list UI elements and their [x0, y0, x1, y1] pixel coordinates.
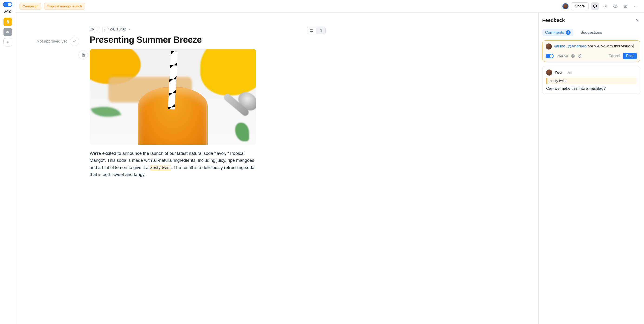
approve-button[interactable] — [70, 37, 79, 46]
comments-count-badge: 1 — [566, 30, 570, 35]
document-meta[interactable]: Blog · Apr 24, 15:32 — [90, 27, 336, 32]
svg-point-10 — [571, 54, 574, 58]
sync-label: Sync — [4, 9, 12, 14]
mail-icon — [6, 30, 10, 34]
more-menu-button[interactable] — [632, 2, 640, 10]
composer-post-button[interactable]: Post — [623, 53, 637, 59]
mention-andreea[interactable]: @Andreea — [568, 44, 586, 48]
prev-item-button[interactable] — [94, 27, 100, 33]
tab-comments[interactable]: Comments 1 — [542, 29, 573, 36]
tab-comments-label: Comments — [545, 30, 564, 35]
text-cursor — [634, 44, 634, 48]
svg-rect-7 — [310, 30, 313, 32]
svg-point-2 — [615, 6, 616, 7]
mention-button[interactable] — [571, 54, 575, 58]
comment-card[interactable]: You · 3m zesty twist Can we make this in… — [542, 66, 640, 94]
tab-suggestions[interactable]: Suggestions — [578, 29, 605, 36]
share-button[interactable]: Share — [571, 2, 589, 10]
comments-panel-button[interactable] — [591, 2, 599, 10]
svg-point-6 — [637, 6, 638, 7]
desktop-icon — [310, 29, 314, 33]
internal-toggle-label: Internal — [556, 54, 568, 58]
chevron-down-icon — [104, 29, 107, 31]
history-button[interactable] — [601, 2, 609, 10]
check-icon — [72, 39, 77, 44]
comment-time-sep: · — [564, 71, 565, 75]
sync-toggle[interactable]: ✓ — [3, 2, 12, 7]
archive-icon — [623, 4, 628, 9]
approval-status: Not approved yet — [37, 37, 79, 46]
document-body[interactable]: We're excited to announce the launch of … — [90, 150, 256, 178]
chip-campaign-name[interactable]: Tropical mango launch — [44, 3, 85, 10]
paperclip-icon — [578, 54, 582, 58]
feedback-panel: Feedback Comments 1 Suggestions — [538, 13, 644, 324]
mention-noa[interactable]: @Noa — [554, 44, 565, 48]
next-item-button[interactable] — [102, 27, 108, 33]
check-icon: ✓ — [4, 3, 6, 6]
comment-time: 3m — [567, 71, 572, 75]
document-icon — [6, 20, 10, 24]
composer-input[interactable]: @Noa, @Andreea are we ok with this visua… — [554, 44, 637, 49]
highlighted-text[interactable]: zesty twist — [150, 165, 171, 170]
top-bar: Campaign Tropical mango launch Share — [15, 0, 644, 13]
device-desktop-option[interactable] — [307, 27, 316, 34]
feedback-tabs: Comments 1 Suggestions — [542, 29, 640, 36]
more-horizontal-icon — [634, 4, 638, 9]
hero-image[interactable] — [90, 49, 256, 145]
composer-avatar — [546, 44, 552, 50]
eye-icon — [613, 4, 618, 9]
plus-icon — [6, 41, 9, 44]
user-avatar[interactable] — [562, 3, 568, 9]
attach-button[interactable] — [578, 54, 582, 58]
comment-author-avatar — [546, 70, 552, 76]
page-icon — [81, 53, 85, 57]
close-icon — [635, 18, 639, 22]
device-preview-toggle — [307, 27, 326, 34]
history-icon — [603, 4, 608, 9]
svg-point-11 — [572, 55, 573, 57]
chat-bubbles-icon — [593, 4, 597, 9]
archive-button[interactable] — [622, 2, 630, 10]
document-title[interactable]: Presenting Summer Breeze — [90, 35, 336, 45]
composer-cancel-button[interactable]: Cancel — [608, 54, 620, 58]
svg-rect-3 — [624, 5, 627, 6]
rail-item-document[interactable] — [4, 18, 12, 26]
feedback-title: Feedback — [542, 18, 565, 23]
preview-button[interactable] — [612, 2, 619, 10]
chevron-up-icon — [96, 29, 98, 31]
at-icon — [571, 54, 575, 58]
rail-item-mail[interactable] — [4, 28, 12, 36]
chip-campaign[interactable]: Campaign — [20, 3, 41, 10]
svg-point-9 — [320, 31, 321, 32]
left-rail: ✓ Sync — [0, 0, 15, 324]
tab-suggestions-label: Suggestions — [580, 30, 602, 35]
document-indicator[interactable] — [78, 50, 88, 60]
chevron-down-icon — [128, 28, 131, 31]
comment-quote: zesty twist — [546, 78, 636, 84]
device-mobile-option[interactable] — [316, 27, 326, 34]
svg-point-5 — [636, 6, 636, 7]
approval-status-text: Not approved yet — [37, 39, 67, 44]
comment-author-name: You — [554, 70, 562, 75]
mobile-icon — [319, 29, 322, 33]
svg-point-4 — [634, 6, 635, 7]
feedback-close-button[interactable] — [634, 17, 640, 23]
internal-toggle[interactable] — [546, 54, 554, 58]
editor-area: Not approved yet Blog · Apr 24, 15:32 — [15, 13, 538, 324]
comment-composer: @Noa, @Andreea are we ok with this visua… — [542, 41, 640, 62]
svg-rect-0 — [6, 31, 9, 33]
comment-body: Can we make this into a hashtag? — [546, 86, 636, 91]
rail-item-add[interactable] — [4, 38, 12, 47]
composer-text-content: are we ok with this visual? — [586, 44, 633, 48]
